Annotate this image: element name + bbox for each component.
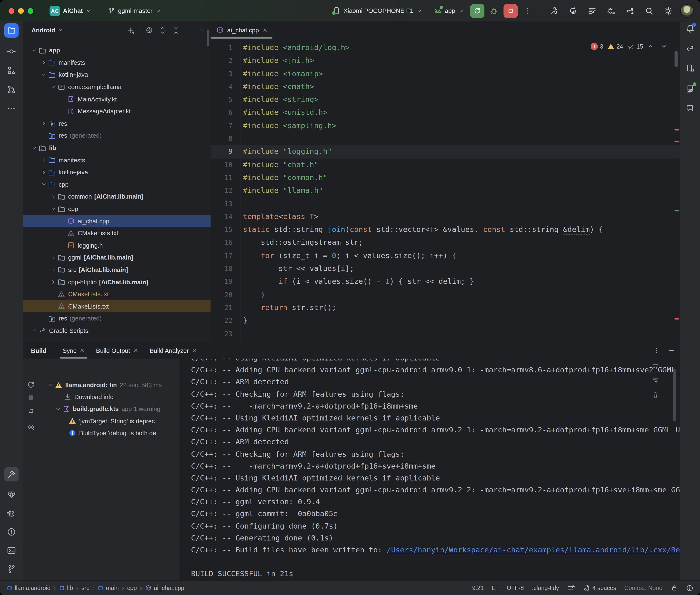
breadcrumb-item-llama-android[interactable]: llama.android <box>7 585 51 591</box>
close-button[interactable] <box>8 8 14 13</box>
project-view-selector[interactable]: Android <box>31 26 63 34</box>
line-number[interactable]: 5 <box>211 93 232 107</box>
chevron-down-icon[interactable] <box>30 48 38 53</box>
chevron-right-icon[interactable] <box>30 328 38 334</box>
attach-debugger-button[interactable] <box>604 4 618 18</box>
line-number[interactable]: 21 <box>211 302 232 314</box>
context-widget[interactable]: Context: None <box>624 585 662 591</box>
project-tree-item-res[interactable]: res <box>23 117 211 130</box>
line-number[interactable]: 3 <box>211 67 232 81</box>
breadcrumb-item-ai-chat-cpp[interactable]: ai_chat.cpp <box>145 585 184 591</box>
editor-scrollbar[interactable] <box>674 51 678 67</box>
project-tree-item-kotlin-java[interactable]: kotlin+java <box>23 166 211 178</box>
code-line-20[interactable]: 20 } <box>211 288 680 302</box>
project-tree-item-ai-chat-cpp[interactable]: ai_chat.cpp <box>23 215 211 227</box>
next-problem-button[interactable] <box>661 43 667 50</box>
line-number[interactable]: 12 <box>211 185 232 198</box>
project-tree-item-gradle-scripts[interactable]: Gradle Scripts <box>23 324 211 337</box>
close-icon[interactable]: ✕ <box>192 347 197 354</box>
chevron-down-icon[interactable] <box>39 182 48 188</box>
code-line-9[interactable]: 9#include "logging.h" <box>211 145 680 159</box>
pull-requests-tool-button[interactable] <box>6 84 17 95</box>
breadcrumb-item-lib[interactable]: lib <box>59 585 73 591</box>
breadcrumb-item-src[interactable]: src <box>81 585 89 591</box>
chevron-down-icon[interactable] <box>30 145 38 151</box>
project-tree-item-com-example-llama[interactable]: com.example.llama <box>23 81 211 93</box>
breadcrumb-item-main[interactable]: main <box>98 585 119 591</box>
sync-tree-item[interactable]: build.gradle.ktsapp 1 warning <box>39 403 180 415</box>
code-line-6[interactable]: 6#include <unistd.h> <box>211 107 680 119</box>
project-tree-item-logging-h[interactable]: logging.h <box>23 239 211 251</box>
code-line-12[interactable]: 12#include "llama.h" <box>211 185 680 198</box>
code-line-15[interactable]: 15static std::string join(const std::vec… <box>211 223 680 236</box>
warning-count[interactable]: 24 <box>607 43 623 50</box>
error-stripe-mark[interactable] <box>674 141 679 142</box>
code-area[interactable]: 1#include <android/log.h>2#include <jni.… <box>211 38 680 342</box>
build-tool-button[interactable] <box>4 467 19 481</box>
more-run-options-button[interactable] <box>520 4 534 18</box>
breadcrumb-item-cpp[interactable]: cpp <box>127 585 137 591</box>
line-number[interactable]: 18 <box>211 262 232 276</box>
app-quality-insights-tool-button[interactable] <box>6 489 17 500</box>
branch-widget[interactable]: ggml-master <box>104 5 165 17</box>
zoom-button[interactable] <box>28 8 33 13</box>
chevron-right-icon[interactable] <box>39 121 48 126</box>
line-number[interactable]: 1 <box>211 41 232 55</box>
chevron-right-icon[interactable] <box>39 169 48 175</box>
prev-problem-button[interactable] <box>647 43 653 50</box>
project-tree-item-cmakelists-txt[interactable]: CMakeLists.txt <box>23 227 211 239</box>
device-selector[interactable]: Xiaomi POCOPHONE F1 <box>329 5 426 17</box>
chevron-right-icon[interactable] <box>49 194 58 200</box>
minimize-button[interactable] <box>18 8 24 13</box>
project-tree-item-mainactivity-kt[interactable]: MainActivity.kt <box>23 93 211 105</box>
project-tree-scrollbar[interactable] <box>207 30 209 46</box>
build-button[interactable] <box>547 4 561 18</box>
project-tree-item-cmakelists-txt[interactable]: CMakeLists.txt <box>23 300 211 312</box>
line-number[interactable]: 23 <box>211 328 232 340</box>
build-tab-sync[interactable]: Sync✕ <box>57 342 90 359</box>
build-tab-build-output[interactable]: Build Output✕ <box>90 342 144 359</box>
line-number[interactable]: 22 <box>211 314 232 328</box>
line-number[interactable]: 17 <box>211 250 232 263</box>
line-number[interactable]: 15 <box>211 223 232 236</box>
line-number[interactable]: 2 <box>211 55 232 67</box>
line-number[interactable]: 7 <box>211 119 232 133</box>
code-line-5[interactable]: 5#include <string> <box>211 93 680 107</box>
line-number[interactable]: 6 <box>211 107 232 119</box>
code-line-17[interactable]: 17 for (size_t i = 0; i < values.size();… <box>211 250 680 263</box>
inspections-widget-toggle[interactable] <box>567 584 575 592</box>
chevron-right-icon[interactable] <box>49 267 58 273</box>
indent-widget[interactable]: 4 spaces <box>583 585 616 592</box>
close-icon[interactable]: ✕ <box>133 347 138 354</box>
chevron-down-icon[interactable] <box>53 406 62 412</box>
problems-tool-button[interactable] <box>6 527 17 537</box>
rerun-button[interactable] <box>470 4 484 18</box>
line-number[interactable]: 4 <box>211 81 232 93</box>
terminal-tool-button[interactable] <box>6 545 17 556</box>
build-tab-build-analyzer[interactable]: Build Analyzer✕ <box>144 342 203 359</box>
line-separator-widget[interactable]: LF <box>492 585 499 591</box>
sync-tree-item[interactable]: Download info <box>39 391 180 403</box>
code-line-19[interactable]: 19 if (i < values.size() - 1) { str << d… <box>211 276 680 289</box>
line-number[interactable]: 16 <box>211 236 232 250</box>
notifications-button[interactable] <box>685 23 696 34</box>
project-tree-item-cpp-httplib[interactable]: cpp-httplib[AiChat.lib.main] <box>23 276 211 288</box>
project-tree-item-res[interactable]: res(generated) <box>23 130 211 142</box>
stop-sync-button[interactable] <box>27 394 35 401</box>
close-icon[interactable] <box>262 27 268 33</box>
new-file-button[interactable] <box>126 26 134 34</box>
chevron-down-icon[interactable] <box>46 382 55 388</box>
search-everywhere-button[interactable] <box>642 4 656 18</box>
lock-icon[interactable] <box>670 585 678 592</box>
apply-code-changes-button[interactable] <box>585 4 599 18</box>
chevron-right-icon[interactable] <box>39 157 48 163</box>
pin-tab-button[interactable] <box>27 408 35 416</box>
project-tree-item-lib[interactable]: lib <box>23 142 211 154</box>
code-line-10[interactable]: 10#include "chat.h" <box>211 158 680 171</box>
code-line-21[interactable]: 21 return str.str(); <box>211 302 680 314</box>
device-manager-button[interactable] <box>685 63 696 74</box>
line-number[interactable]: 9 <box>211 145 232 159</box>
scroll-to-end-button[interactable] <box>652 377 659 384</box>
line-number[interactable]: 10 <box>211 158 232 171</box>
hide-panel-button[interactable] <box>198 26 206 34</box>
